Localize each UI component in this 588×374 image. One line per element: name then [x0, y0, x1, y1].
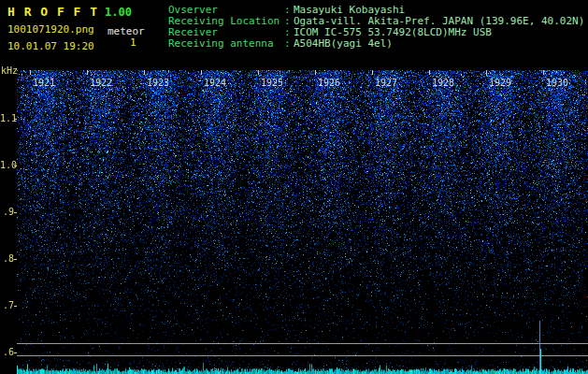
y-tick-mark: [14, 352, 17, 353]
x-tick-label: 1928: [432, 78, 454, 88]
x-tick-mark: [372, 70, 373, 75]
x-tick-mark: [87, 70, 88, 75]
x-tick-label: 1925: [261, 78, 283, 88]
hrofft-screen: H R O F F T 1.00 1001071920.png meteor 1…: [0, 0, 588, 374]
y-tick-label: .9: [0, 207, 14, 218]
header-field-separator: :: [284, 38, 294, 50]
y-tick-mark: [14, 259, 17, 260]
x-tick-mark: [144, 70, 145, 75]
x-tick-label: 1921: [33, 78, 55, 88]
output-filename: 1001071920.png: [7, 23, 94, 36]
y-tick-label: .7: [0, 300, 14, 311]
x-tick-mark: [486, 70, 487, 75]
x-tick-label: 1923: [147, 78, 169, 88]
y-tick-mark: [14, 119, 17, 120]
datetime-label: 10.01.07 19:20: [7, 40, 94, 52]
mode-label: meteor: [108, 25, 145, 37]
header-field-label: Receiving antenna: [168, 38, 284, 50]
meteor-count: 1: [130, 36, 136, 49]
x-tick-label: 1926: [318, 78, 340, 88]
spectrogram-canvas: [17, 70, 588, 374]
x-tick-label: 1929: [489, 78, 511, 88]
x-tick-mark: [30, 70, 31, 75]
app-version: 1.00: [105, 6, 132, 19]
x-tick-mark: [543, 70, 544, 75]
app-title: H R O F F T: [7, 5, 98, 19]
x-tick-label: 1927: [375, 78, 397, 88]
y-tick-label: .6: [0, 347, 14, 358]
y-tick-label: 1.1: [0, 113, 14, 124]
x-tick-mark: [258, 70, 259, 75]
x-tick-label: 1922: [90, 78, 112, 88]
x-tick-mark: [429, 70, 430, 75]
x-tick-mark: [201, 70, 202, 75]
y-axis-unit: kHz: [1, 65, 18, 77]
x-tick-label: 1930: [546, 78, 568, 88]
y-tick-mark: [14, 212, 17, 213]
observer-info-panel: Ovserver : Masayuki Kobayashi Receiving …: [168, 5, 584, 50]
header-field-antenna: Receiving antenna : A504HB(yagi 4el): [168, 38, 584, 50]
y-tick-mark: [14, 165, 17, 166]
y-tick-label: .8: [0, 253, 14, 265]
header-field-value: A504HB(yagi 4el): [294, 38, 393, 50]
x-tick-label: 1924: [204, 78, 226, 88]
y-tick-label: 1.0: [0, 160, 14, 171]
x-tick-mark: [315, 70, 316, 75]
y-tick-mark: [14, 306, 17, 307]
